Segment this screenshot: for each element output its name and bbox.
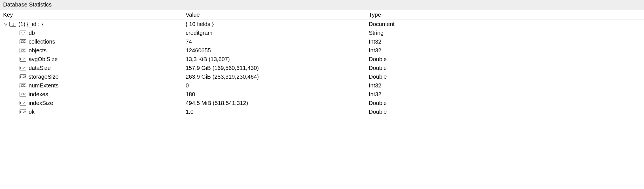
panel-title: Database Statistics (0, 0, 644, 10)
tree-row-avgobjsize[interactable]: 1.23 avgObjSize 13,3 KiB (13,607) Double (0, 55, 644, 64)
key-label: dataSize (29, 64, 51, 72)
type-cell: Int32 (367, 81, 644, 90)
stats-tree-grid: Key Value Type {} (1) {_id : } { 10 fiel… (0, 10, 644, 116)
value-cell: creditgram (184, 29, 367, 37)
key-label: numExtents (29, 81, 59, 90)
root-key-label: (1) {_id : } (18, 20, 43, 29)
key-label: avgObjSize (29, 55, 58, 64)
key-label: objects (29, 46, 46, 55)
tree-row-db[interactable]: "_" db creditgram String (0, 29, 644, 37)
root-value: { 10 fields } (184, 20, 367, 29)
int32-type-icon: i32 (20, 39, 26, 44)
double-type-icon: 1.23 (20, 101, 26, 106)
tree-row-collections[interactable]: i32 collections 74 Int32 (0, 37, 644, 46)
key-label: collections (29, 37, 55, 46)
type-cell: Int32 (367, 90, 644, 99)
tree-row-numextents[interactable]: i32 numExtents 0 Int32 (0, 81, 644, 90)
int32-type-icon: i32 (20, 48, 26, 53)
type-cell: Double (367, 108, 644, 116)
type-cell: Double (367, 55, 644, 64)
tree-row-ok[interactable]: 1.23 ok 1.0 Double (0, 108, 644, 116)
key-label: storageSize (29, 72, 59, 81)
tree-row-storagesize[interactable]: 1.23 storageSize 263,9 GiB (283,319,230,… (0, 72, 644, 81)
key-label: indexSize (29, 99, 53, 108)
value-cell: 74 (184, 37, 367, 46)
value-cell: 180 (184, 90, 367, 99)
tree-root-row[interactable]: {} (1) {_id : } { 10 fields } Document (0, 20, 644, 29)
key-label: indexes (29, 90, 48, 99)
header-key[interactable]: Key (0, 10, 184, 20)
double-type-icon: 1.23 (20, 57, 26, 62)
value-cell: 12460655 (184, 46, 367, 55)
double-type-icon: 1.23 (20, 74, 26, 79)
double-type-icon: 1.23 (20, 109, 26, 114)
value-cell: 13,3 KiB (13,607) (184, 55, 367, 64)
key-label: ok (29, 108, 35, 116)
type-cell: Double (367, 99, 644, 108)
value-cell: 494,5 MiB (518,541,312) (184, 99, 367, 108)
root-type: Document (367, 20, 644, 29)
int32-type-icon: i32 (20, 92, 26, 97)
tree-row-indexsize[interactable]: 1.23 indexSize 494,5 MiB (518,541,312) D… (0, 99, 644, 108)
header-type[interactable]: Type (367, 10, 644, 20)
value-cell: 0 (184, 81, 367, 90)
key-label: db (29, 29, 35, 37)
tree-row-datasize[interactable]: 1.23 dataSize 157,9 GiB (169,560,611,430… (0, 64, 644, 72)
int32-type-icon: i32 (20, 83, 26, 88)
type-cell: Int32 (367, 37, 644, 46)
string-type-icon: "_" (20, 31, 26, 35)
double-type-icon: 1.23 (20, 66, 26, 70)
header-value[interactable]: Value (184, 10, 367, 20)
value-cell: 1.0 (184, 108, 367, 116)
value-cell: 263,9 GiB (283,319,230,464) (184, 72, 367, 81)
chevron-down-icon[interactable] (3, 22, 8, 26)
database-statistics-panel: Database Statistics Key Value Type {} (1… (0, 0, 644, 189)
type-cell: Double (367, 72, 644, 81)
document-type-icon: {} (9, 22, 16, 27)
type-cell: Int32 (367, 46, 644, 55)
column-headers: Key Value Type (0, 10, 644, 20)
type-cell: String (367, 29, 644, 37)
tree-row-indexes[interactable]: i32 indexes 180 Int32 (0, 90, 644, 99)
value-cell: 157,9 GiB (169,560,611,430) (184, 64, 367, 72)
tree-row-objects[interactable]: i32 objects 12460655 Int32 (0, 46, 644, 55)
type-cell: Double (367, 64, 644, 72)
